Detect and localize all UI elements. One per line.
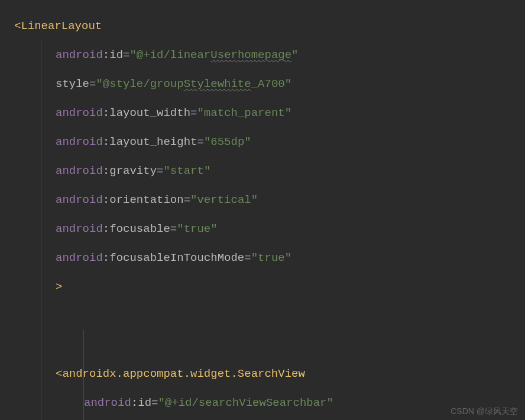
attr-name: id: [138, 394, 151, 412]
attr-name: layout_width: [109, 104, 190, 122]
attr-equals: =: [89, 75, 96, 93]
attr-value: "@+id/linear: [129, 46, 210, 64]
attr-equals: =: [170, 220, 177, 238]
code-line: android:focusableInTouchMode="true": [14, 244, 525, 273]
code-line: android:layout_height="655dp": [14, 128, 525, 157]
attr-name: id: [109, 46, 123, 64]
code-editor: <LinearLayout android:id="@+id/linearUse…: [14, 12, 525, 420]
attr-value: "vertical": [190, 191, 258, 209]
attr-name: orientation: [109, 191, 183, 209]
attr-equals: =: [151, 394, 158, 412]
xml-close-bracket: >: [56, 278, 62, 296]
attr-value: "@style/group: [96, 75, 183, 93]
attr-equals: =: [190, 104, 197, 122]
attr-namespace: android: [56, 249, 103, 267]
attr-equals: =: [197, 133, 203, 151]
attr-name: layout_height: [109, 133, 197, 151]
attr-separator: :: [103, 162, 109, 180]
code-line: android:orientation="vertical": [14, 186, 525, 215]
attr-value: "655dp": [204, 133, 251, 151]
xml-tag-bracket: <: [14, 17, 21, 35]
attr-name: focusable: [109, 220, 170, 238]
attr-separator: :: [103, 46, 109, 64]
attr-namespace: android: [56, 104, 103, 122]
attr-value: "match_parent": [197, 104, 291, 122]
attr-namespace: android: [84, 394, 131, 412]
attr-separator: :: [103, 104, 109, 122]
attr-value-warning: Stylewhite: [184, 75, 251, 93]
attr-namespace: android: [56, 133, 103, 151]
code-line: style="@style/groupStylewhite_A700": [14, 70, 525, 99]
code-line: android:focusable="true": [14, 215, 525, 244]
attr-value: _A700": [251, 75, 291, 93]
attr-equals: =: [123, 46, 129, 64]
xml-tag-bracket: <: [56, 365, 62, 383]
indent-guide: [41, 41, 41, 420]
attr-separator: :: [103, 220, 109, 238]
attr-value: "@+id/searchViewSearchbar": [158, 394, 333, 412]
code-line: android:id="@+id/searchViewSearchbar": [14, 389, 525, 418]
attr-separator: :: [131, 394, 138, 412]
code-line: android:gravity="start": [14, 157, 525, 186]
indent-guide: [83, 330, 84, 420]
watermark: CSDN @绿风天空: [451, 405, 518, 418]
attr-value: "start": [163, 162, 210, 180]
code-line-empty: [14, 302, 525, 331]
attr-equals: =: [157, 162, 163, 180]
code-line-empty: [14, 331, 525, 360]
attr-name: gravity: [109, 162, 157, 180]
code-line: >: [14, 273, 525, 302]
attr-name: style: [56, 75, 89, 93]
code-line: <androidx.appcompat.widget.SearchView: [14, 360, 525, 389]
attr-namespace: android: [56, 220, 103, 238]
attr-value-warning: Userhomepage: [210, 46, 291, 64]
xml-tag-name: androidx.appcompat.widget.SearchView: [62, 365, 304, 383]
attr-value: "true": [177, 220, 217, 238]
attr-value: ": [291, 46, 298, 64]
code-line: android:id="@+id/linearUserhomepage": [14, 41, 525, 70]
attr-namespace: android: [56, 191, 103, 209]
code-line: <LinearLayout: [14, 12, 525, 41]
attr-namespace: android: [56, 162, 103, 180]
attr-equals: =: [184, 191, 190, 209]
attr-separator: :: [103, 191, 109, 209]
attr-namespace: android: [56, 46, 103, 64]
attr-name: focusableInTouchMode: [109, 249, 244, 267]
attr-separator: :: [103, 249, 109, 267]
attr-separator: :: [103, 133, 109, 151]
xml-tag-name: LinearLayout: [21, 17, 102, 35]
attr-value: "true": [251, 249, 291, 267]
code-line: android:layout_width="match_parent": [14, 418, 525, 420]
attr-equals: =: [244, 249, 251, 267]
code-line: android:layout_width="match_parent": [14, 99, 525, 128]
